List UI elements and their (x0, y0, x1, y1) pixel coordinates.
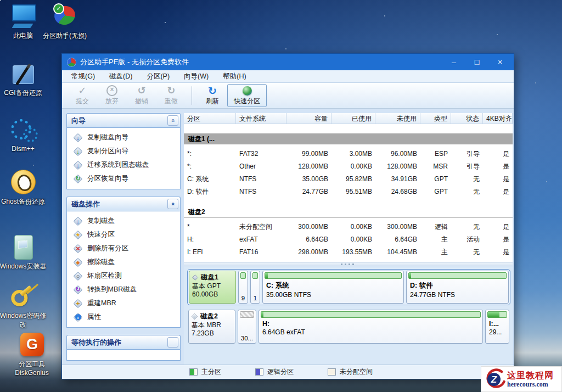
sidebar-item-label: 复制磁盘 (87, 216, 115, 226)
table-row[interactable]: D: 软件 NTFS 24.77GB 95.51MB 24.68GB GPT 无… (184, 186, 513, 198)
column-header[interactable]: 类型 (420, 113, 451, 124)
column-header[interactable]: 状态 (451, 113, 483, 124)
cell-status: 无 (451, 246, 483, 259)
app-window: 分区助手PE版 - 无损分区免费软件 – □ × 常规(G) 磁盘(D) 分区(… (61, 53, 514, 379)
sidebar-item[interactable]: 复制磁盘向导 (67, 131, 180, 144)
convert-mbr-icon (74, 285, 82, 294)
column-header[interactable]: 文件系统 (236, 113, 286, 124)
sidebar-item[interactable]: 重建MBR (67, 296, 180, 310)
sidebar-item[interactable]: 转换到MBR磁盘 (67, 283, 180, 296)
sidebar-item-label: 分区恢复向导 (87, 174, 128, 183)
disk2-group-header[interactable]: 磁盘2 (184, 206, 513, 217)
menu-item[interactable]: 向导(W) (177, 72, 216, 81)
table-row[interactable]: C: 系统 NTFS 35.00GB 95.82MB 34.91GB GPT 无… (184, 173, 513, 186)
partition-block[interactable]: I:... 29... (485, 310, 509, 344)
partition-block[interactable]: H: 6.64GB exFAT (258, 310, 483, 344)
cell-partition: H: (184, 233, 236, 246)
collapse-button[interactable]: « (167, 199, 178, 209)
maximize-button[interactable]: □ (465, 55, 488, 69)
sidebar-item[interactable]: 删除所有分区 (67, 242, 180, 255)
this-pc-icon (8, 3, 38, 30)
cell-partition: D: 软件 (184, 186, 236, 198)
partition-table: 分区 文件系统 容量 已使用 未使用 类型 状态 4KB对齐 (184, 113, 513, 262)
redo-button[interactable]: 重做 (156, 84, 186, 107)
collapse-button[interactable]: « (167, 115, 178, 126)
cell-unused: 24.68GB (375, 186, 420, 198)
desktop-icon[interactable]: 分区工具 DiskGenius (8, 332, 56, 377)
table-row[interactable]: *: Other 128.00MB 0.00KB 128.00MB MSR 引导… (184, 160, 513, 173)
menu-item[interactable]: 帮助(H) (216, 72, 253, 81)
sidebar-item[interactable]: 复制分区向导 (67, 144, 180, 158)
close-button[interactable]: × (488, 55, 512, 69)
desktop-icon-label: Dism++ (12, 144, 34, 153)
table-row[interactable]: *: FAT32 99.00MB 3.00MB 96.00MB ESP 引导 是 (184, 148, 513, 160)
ghost-icon (8, 169, 38, 195)
desktop-icon[interactable]: Windows安装器 (0, 234, 47, 271)
sidebar-item[interactable]: 擦除磁盘 (67, 255, 180, 269)
partition-block[interactable]: 30... (238, 310, 256, 344)
menu-item[interactable]: 分区(P) (139, 72, 177, 81)
desktop-icon[interactable]: Ghost备份还原 (0, 169, 47, 206)
minimize-button[interactable]: – (442, 55, 465, 69)
partition-block[interactable]: C: 系统 35.00GB NTFS (262, 271, 404, 304)
partition-size: 1 (252, 295, 258, 301)
partition-label: H: (262, 320, 479, 328)
cell-unused: 6.64GB (375, 233, 420, 246)
discard-button[interactable]: 放弃 (97, 84, 127, 107)
legend-item: 主分区 (189, 367, 221, 377)
sky-stars (0, 0, 1, 1)
desktop-icon[interactable]: 分区助手(无损) (41, 3, 89, 40)
table-row[interactable]: H: exFAT 6.64GB 0.00KB 6.64GB 主 活动 是 (184, 233, 513, 246)
sidebar-item[interactable]: 属性 (67, 310, 180, 324)
disk1-group-header[interactable]: 磁盘1 (... (184, 133, 513, 144)
panel-header[interactable]: 磁盘操作 « (66, 197, 181, 211)
sidebar-item[interactable]: 迁移系统到固态磁盘 (67, 158, 180, 172)
table-row[interactable]: I: EFI FAT16 298.00MB 193.55MB 104.45MB … (184, 246, 513, 259)
cell-4kb-aligned: 是 (483, 233, 513, 246)
desktop-icon[interactable]: Windows密码修改 (0, 283, 47, 329)
usage-fill (488, 312, 499, 317)
column-header[interactable]: 容量 (286, 113, 331, 124)
table-header-row: 分区 文件系统 容量 已使用 未使用 类型 状态 4KB对齐 (184, 113, 513, 124)
panel-header[interactable]: 向导 « (66, 113, 181, 127)
undo-button[interactable]: 撤销 (127, 84, 156, 107)
menu-item[interactable]: 磁盘(D) (102, 72, 139, 81)
cell-status: 引导 (451, 148, 483, 160)
collapse-button[interactable] (167, 337, 178, 348)
window-title: 分区助手PE版 - 无损分区免费软件 (80, 57, 438, 67)
column-header[interactable]: 分区 (184, 113, 236, 124)
cell-partition: *: (184, 148, 236, 160)
installer-icon (8, 234, 38, 260)
disk-label[interactable]: 磁盘2 基本 MBR 7.23GB (188, 310, 235, 344)
sidebar-item[interactable]: 分区恢复向导 (67, 172, 180, 186)
commit-button[interactable]: 提交 (68, 84, 97, 107)
column-header[interactable]: 未使用 (375, 113, 420, 124)
sidebar-item[interactable]: 快速分区 (67, 228, 180, 242)
desktop-icon[interactable]: CGI备份还原 (0, 60, 47, 97)
usage-fill (261, 312, 263, 317)
partition-block[interactable]: 9 (238, 271, 248, 304)
cell-type: GPT (420, 186, 451, 198)
quick-partition-button[interactable]: 快速分区 (227, 84, 267, 107)
disk-row: 磁盘1 基本 GPT 60.00GB 9 (187, 269, 510, 305)
usage-bar (252, 272, 258, 279)
titlebar[interactable]: 分区助手PE版 - 无损分区免费软件 – □ × (62, 54, 514, 70)
disk-label[interactable]: 磁盘1 基本 GPT 60.00GB (189, 271, 236, 304)
menu-item[interactable]: 常规(G) (64, 72, 102, 81)
sidebar-item[interactable]: 坏扇区检测 (67, 269, 180, 283)
column-header[interactable]: 4KB对齐 (483, 113, 513, 124)
panel-header[interactable]: 等待执行的操作 (66, 335, 181, 349)
legend-swatch (189, 368, 198, 376)
desktop-icon-label: 分区工具 DiskGenius (8, 360, 56, 377)
toolbar-separator[interactable] (192, 86, 192, 105)
partition-block[interactable]: 1 (250, 271, 260, 304)
column-header[interactable]: 已使用 (331, 113, 375, 124)
splitter-handle[interactable] (184, 262, 513, 266)
properties-icon (74, 313, 82, 322)
table-row[interactable]: * 未分配空间 300.00MB 0.00KB 300.00MB 逻辑 无 是 (184, 221, 513, 233)
cell-type: 主 (420, 246, 451, 259)
refresh-button[interactable]: 刷新 (198, 84, 227, 107)
sidebar-item[interactable]: 复制磁盘 (67, 214, 180, 228)
partition-block[interactable]: D: 软件 24.77GB NTFS (406, 271, 509, 304)
desktop-icon[interactable]: Dism++ (0, 116, 47, 153)
